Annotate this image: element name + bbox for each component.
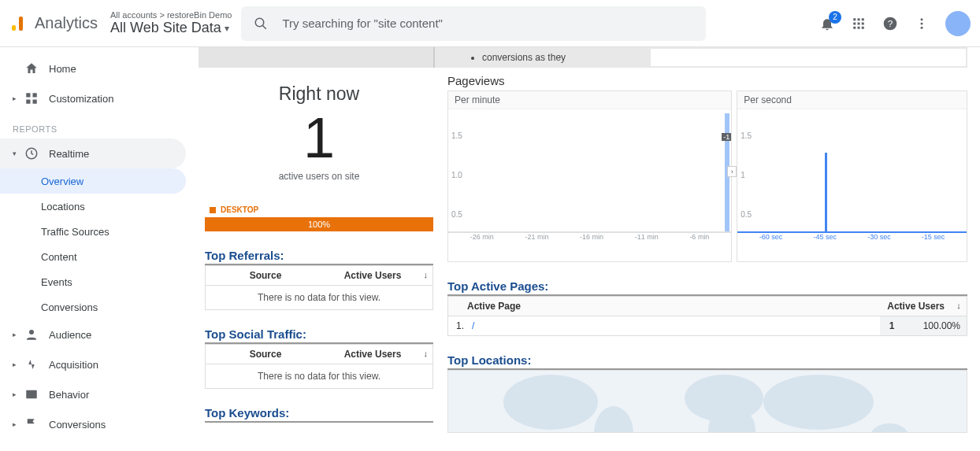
nav-label: Behavior xyxy=(49,389,89,401)
search-bar[interactable]: Try searching for "site content" xyxy=(241,6,706,41)
top-referrals-title: Top Referrals: xyxy=(205,249,433,265)
subnav-locations[interactable]: Locations xyxy=(41,194,199,219)
top-referrals-table: Source Active Users ↓ There is no data f… xyxy=(205,265,433,310)
subnav-overview[interactable]: Overview xyxy=(0,168,186,194)
col-source[interactable]: Source xyxy=(212,349,319,360)
locations-map[interactable] xyxy=(447,370,967,433)
account-breadcrumb: All accounts > restoreBin Demo xyxy=(110,10,232,20)
desktop-bar: 100% xyxy=(205,217,433,231)
subnav-traffic-sources[interactable]: Traffic Sources xyxy=(41,219,199,244)
y-tick: 1.0 xyxy=(451,171,462,179)
svg-point-17 xyxy=(921,26,923,28)
svg-rect-12 xyxy=(862,26,864,28)
person-icon xyxy=(24,327,39,342)
svg-rect-20 xyxy=(26,100,30,104)
x-axis-minutes: -26 min -21 min -16 min -11 min -6 min xyxy=(448,232,731,243)
nav-home[interactable]: Home xyxy=(0,54,199,83)
row-count: 1 xyxy=(880,316,904,335)
y-tick: 1.5 xyxy=(741,131,752,140)
search-placeholder: Try searching for "site content" xyxy=(282,17,443,30)
notifications-button[interactable]: 2 xyxy=(819,16,835,31)
svg-rect-4 xyxy=(853,18,856,20)
nav-customization[interactable]: ▸ Customization xyxy=(0,83,199,113)
product-name: Analytics xyxy=(35,14,98,32)
svg-point-16 xyxy=(921,22,923,24)
user-avatar[interactable] xyxy=(945,11,971,36)
svg-point-15 xyxy=(921,18,923,20)
caret-down-icon: ▾ xyxy=(225,23,229,34)
customization-icon xyxy=(24,91,39,106)
col-active-users[interactable]: Active Users xyxy=(319,349,426,360)
svg-point-23 xyxy=(29,330,34,335)
empty-message: There is no data for this view. xyxy=(206,364,432,388)
pageviews-title: Pageviews xyxy=(447,74,967,87)
svg-rect-10 xyxy=(853,26,856,28)
svg-rect-9 xyxy=(862,22,864,24)
svg-rect-6 xyxy=(862,18,864,20)
per-second-chart: Per second 1.5 1 0.5 -60 sec -45 sec -30… xyxy=(737,91,967,262)
analytics-logo-icon xyxy=(9,14,28,33)
svg-line-3 xyxy=(263,25,267,29)
clock-icon xyxy=(24,146,39,161)
nav-behavior[interactable]: ▸ Behavior xyxy=(0,379,199,409)
svg-rect-21 xyxy=(33,100,37,104)
svg-rect-8 xyxy=(858,22,860,24)
reports-section-label: REPORTS xyxy=(0,113,199,139)
sort-down-icon[interactable]: ↓ xyxy=(424,270,429,279)
view-name: All Web Site Data xyxy=(110,20,221,36)
svg-rect-11 xyxy=(858,26,860,28)
svg-point-30 xyxy=(870,423,909,433)
y-tick: 0.5 xyxy=(741,210,752,219)
active-users-count: 1 xyxy=(205,109,433,166)
row-page[interactable]: / xyxy=(467,316,880,335)
table-row[interactable]: 1. / 1 100.00% xyxy=(448,316,967,335)
subnav-content[interactable]: Content xyxy=(41,244,199,269)
nav-conversions[interactable]: ▸ Conversions xyxy=(0,409,199,439)
apps-grid-icon[interactable] xyxy=(851,16,867,31)
subnav-events[interactable]: Events xyxy=(41,269,199,294)
col-active-users[interactable]: Active Users xyxy=(864,297,951,316)
sort-down-icon[interactable]: ↓ xyxy=(951,297,967,316)
svg-rect-5 xyxy=(858,18,860,20)
nav-realtime[interactable]: ▾ Realtime xyxy=(0,139,186,168)
x-axis-seconds: -60 sec -45 sec -30 sec -15 sec xyxy=(737,232,967,243)
svg-rect-24 xyxy=(26,390,37,399)
device-label: DESKTOP xyxy=(221,205,258,214)
svg-point-26 xyxy=(594,406,633,433)
nav-label: Conversions xyxy=(49,419,106,431)
svg-rect-19 xyxy=(33,93,37,97)
top-social-table: Source Active Users ↓ There is no data f… xyxy=(205,344,433,389)
svg-rect-1 xyxy=(19,17,23,31)
main-content: conversions as they Right now 1 active u… xyxy=(199,47,980,451)
flag-icon xyxy=(24,416,39,432)
row-percent: 100.00% xyxy=(904,316,967,335)
home-icon xyxy=(24,61,39,76)
logo-block[interactable]: Analytics xyxy=(9,14,98,33)
sort-down-icon[interactable]: ↓ xyxy=(424,349,429,358)
top-social-title: Top Social Traffic: xyxy=(205,327,433,344)
per-minute-chart: Per minute 1.5 1.0 0.5 -26 min -21 min -… xyxy=(447,91,732,262)
chart-expand-icon[interactable]: › xyxy=(727,166,737,177)
top-keywords-title: Top Keywords: xyxy=(205,406,433,423)
top-active-pages-table: Active Page Active Users ↓ 1. / 1 100.00… xyxy=(447,296,967,336)
behavior-icon xyxy=(24,386,39,402)
col-source[interactable]: Source xyxy=(212,270,319,281)
app-header: Analytics All accounts > restoreBin Demo… xyxy=(0,0,980,47)
subnav-conversions[interactable]: Conversions xyxy=(41,294,199,320)
acquisition-icon xyxy=(24,357,39,372)
nav-acquisition[interactable]: ▸ Acquisition xyxy=(0,349,199,379)
col-active-users[interactable]: Active Users xyxy=(319,270,426,281)
svg-point-2 xyxy=(256,18,265,27)
nav-label: Realtime xyxy=(49,148,89,160)
account-selector[interactable]: All accounts > restoreBin Demo All Web S… xyxy=(110,10,232,36)
more-menu-icon[interactable] xyxy=(914,16,930,31)
svg-rect-7 xyxy=(853,22,856,24)
nav-audience[interactable]: ▸ Audience xyxy=(0,320,199,349)
content-stub-bar: conversions as they xyxy=(199,47,967,68)
realtime-subnav: Overview Locations Traffic Sources Conte… xyxy=(0,168,199,320)
col-active-page[interactable]: Active Page xyxy=(448,297,864,316)
svg-point-25 xyxy=(503,375,598,430)
help-icon[interactable]: ? xyxy=(882,16,898,31)
nav-label: Customization xyxy=(49,93,113,105)
nav-label: Home xyxy=(49,63,76,75)
